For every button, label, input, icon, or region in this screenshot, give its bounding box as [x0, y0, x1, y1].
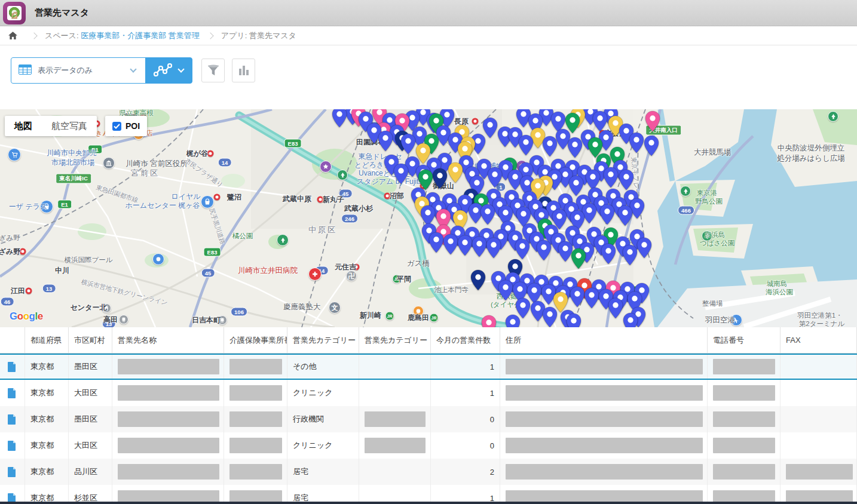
graph-button[interactable]: [145, 58, 192, 83]
map-pin[interactable]: [644, 135, 659, 156]
redacted-value: [506, 385, 703, 401]
map-pin[interactable]: [432, 168, 448, 189]
map-pin[interactable]: [498, 279, 513, 301]
map-pin[interactable]: [619, 169, 634, 190]
map-pin[interactable]: [536, 239, 552, 261]
record-open-button[interactable]: [8, 362, 16, 372]
table-row[interactable]: 東京都大田区クリニック0: [0, 432, 857, 459]
column-header: 都道府県: [25, 327, 69, 353]
record-open-button[interactable]: [8, 414, 16, 425]
map-pin[interactable]: [567, 137, 583, 158]
redacted-value: [118, 411, 219, 427]
phone-cell: [708, 432, 781, 459]
column-header: 営業先カテゴリー: [359, 327, 431, 353]
view-selector[interactable]: 表示データのみ: [11, 58, 145, 83]
map-pin[interactable]: [518, 134, 534, 156]
station-dot-icon: [207, 150, 214, 157]
record-open-button[interactable]: [8, 388, 16, 398]
breadcrumb-space-link[interactable]: 医療事業部・介護事業部 営業管理: [81, 31, 200, 40]
map-pin[interactable]: [486, 237, 501, 259]
table-header-row: 都道府県市区町村営業先名称介護保険事業所番号営業先カテゴリー営業先カテゴリー今月…: [0, 327, 857, 354]
map-pin[interactable]: [443, 233, 458, 255]
map-pin[interactable]: [472, 236, 487, 257]
map-pin[interactable]: [599, 204, 615, 225]
record-open-cell: [0, 355, 25, 379]
route-badge: 13: [42, 284, 56, 293]
redacted-value: [713, 438, 775, 453]
map-pin[interactable]: [332, 109, 347, 128]
record-open-button[interactable]: [8, 467, 16, 477]
filter-button[interactable]: [201, 59, 225, 82]
map-poi-icon: [218, 315, 227, 325]
table-row[interactable]: 東京都墨田区その他1: [0, 354, 857, 380]
map-poi-icon: JR: [430, 314, 439, 322]
map-pin[interactable]: [636, 237, 652, 259]
view-control: 表示データのみ: [11, 57, 192, 84]
map-pin[interactable]: [487, 167, 503, 188]
breadcrumb-app[interactable]: アプリ: 営業先マスタ: [221, 30, 296, 41]
map-pin[interactable]: [603, 167, 619, 188]
map-pin[interactable]: [629, 132, 644, 153]
map-pin[interactable]: [601, 243, 616, 265]
map-pin[interactable]: [505, 314, 521, 327]
redacted-value: [506, 438, 703, 453]
redacted-value: [713, 385, 775, 401]
home-icon[interactable]: [8, 32, 17, 40]
map-pin[interactable]: [570, 286, 585, 308]
record-open-cell: [0, 459, 25, 485]
chevron-down-icon: [177, 66, 184, 72]
map-pin[interactable]: [622, 244, 638, 266]
map-pin[interactable]: [617, 205, 633, 226]
record-document-icon: [8, 362, 16, 372]
map-pin[interactable]: [400, 133, 416, 155]
map-pin[interactable]: [393, 163, 409, 185]
map-pin[interactable]: [584, 287, 599, 309]
station-dot-icon: [26, 288, 32, 294]
map-poi-icon: [337, 170, 348, 180]
map-pin[interactable]: [542, 136, 558, 157]
poi-toggle[interactable]: POI: [105, 116, 147, 136]
table-row[interactable]: 東京都大田区クリニック1: [0, 380, 857, 406]
category2-cell: [359, 406, 431, 432]
map-pin[interactable]: [566, 313, 581, 327]
map-type-map-button[interactable]: 地図: [5, 121, 42, 132]
prefecture-cell: 東京都: [25, 380, 69, 406]
city-cell: 大田区: [69, 432, 112, 459]
map-pin[interactable]: [608, 297, 623, 319]
map-pin[interactable]: [481, 315, 497, 327]
map-pin[interactable]: [480, 204, 495, 225]
fax-cell: [781, 432, 857, 459]
map-canvas[interactable]: 溝の口高津県立東高根焼肉きんぐ 川崎高津店梶が谷川崎市中央卸売市場北部市場川崎市…: [0, 109, 857, 327]
map-type-satellite-button[interactable]: 航空写真: [42, 121, 97, 132]
station-dot-icon: [472, 118, 479, 125]
map-pin[interactable]: [623, 312, 638, 327]
route-badge: 246: [341, 214, 358, 223]
map-pin[interactable]: [470, 269, 486, 291]
redacted-value: [506, 359, 703, 374]
phone-cell: [708, 406, 781, 432]
bottom-strip: [0, 502, 857, 504]
map-pin[interactable]: [457, 235, 473, 256]
table-row[interactable]: 東京都品川区居宅2: [0, 459, 857, 485]
map-pin[interactable]: [645, 110, 660, 132]
category2-cell: [359, 380, 431, 406]
chart-button[interactable]: [232, 59, 255, 82]
funnel-icon: [207, 64, 220, 76]
fax-cell: [781, 406, 857, 432]
map-poi-icon: [152, 253, 164, 265]
monthly-count-cell: 0: [431, 406, 500, 432]
table-row[interactable]: 東京都墨田区行政機関0: [0, 406, 857, 432]
map-pin[interactable]: [448, 162, 463, 183]
station-dot-icon: [20, 248, 26, 255]
map-pin[interactable]: [542, 306, 558, 327]
client-name-cell: [112, 406, 224, 432]
map-pin[interactable]: [571, 248, 586, 269]
map-pin[interactable]: [378, 130, 393, 152]
map-pin[interactable]: [515, 238, 530, 260]
map-poi-icon: [413, 306, 424, 316]
record-open-button[interactable]: [8, 441, 16, 451]
map-pin[interactable]: [428, 232, 444, 253]
map-poi-icon: [730, 314, 742, 326]
app-icon[interactable]: [3, 2, 26, 24]
checkbox-checked-icon[interactable]: [112, 122, 121, 131]
